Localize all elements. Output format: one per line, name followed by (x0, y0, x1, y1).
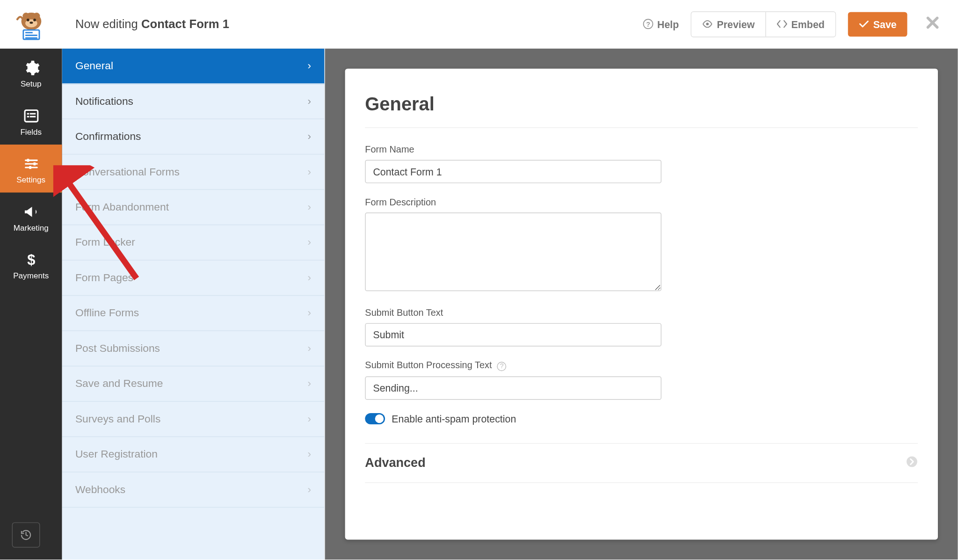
form-name-label: Form Name (365, 144, 661, 155)
chevron-right-icon: › (307, 448, 311, 460)
embed-button[interactable]: Embed (765, 12, 835, 36)
top-bar: Now editing Contact Form 1 ? Help Previe… (0, 0, 958, 49)
content-area: General Form Name Form Description Submi… (325, 49, 958, 560)
svg-point-23 (907, 456, 917, 467)
chevron-right-icon: › (307, 484, 311, 496)
chevron-right-icon: › (307, 60, 311, 72)
svg-rect-20 (33, 162, 36, 165)
bullhorn-icon (22, 203, 40, 220)
field-form-description: Form Description (365, 196, 661, 294)
svg-text:?: ? (646, 21, 650, 28)
nav-marketing[interactable]: Marketing (0, 193, 62, 241)
close-button[interactable] (919, 16, 946, 32)
sliders-icon (22, 155, 40, 173)
eye-icon (702, 19, 713, 29)
nav-fields[interactable]: Fields (0, 96, 62, 145)
svg-point-5 (33, 19, 36, 22)
svg-rect-17 (27, 116, 29, 117)
nav-history (0, 510, 62, 560)
submit-text-input[interactable] (365, 323, 661, 347)
topbar-actions: ? Help Preview Embed Save (643, 11, 958, 37)
submit-text-label: Submit Button Text (365, 307, 661, 318)
sidebar-item-webhooks[interactable]: Webhooks› (62, 473, 324, 508)
chevron-right-icon: › (307, 166, 311, 178)
nav-setup[interactable]: Setup (0, 49, 62, 97)
chevron-right-icon: › (307, 95, 311, 108)
svg-point-6 (29, 22, 33, 24)
chevron-right-icon: › (307, 307, 311, 319)
chevron-right-icon: › (307, 413, 311, 425)
save-button[interactable]: Save (848, 12, 907, 36)
svg-point-2 (33, 13, 39, 19)
svg-rect-18 (29, 116, 35, 117)
svg-text:$: $ (27, 252, 35, 268)
form-name-input[interactable] (365, 160, 661, 183)
chevron-right-icon: › (307, 342, 311, 355)
help-tooltip-icon[interactable]: ? (497, 362, 507, 371)
advanced-label: Advanced (365, 456, 425, 470)
chevron-right-icon: › (307, 272, 311, 284)
embed-icon (777, 19, 787, 29)
sidebar-item-general[interactable]: General› (62, 49, 324, 84)
svg-point-13 (706, 22, 709, 25)
settings-sidebar: General› Notifications› Confirmations› C… (62, 49, 325, 560)
sidebar-item-notifications[interactable]: Notifications› (62, 84, 324, 119)
form-description-label: Form Description (365, 196, 661, 207)
wpforms-logo-icon (15, 7, 48, 41)
antispam-toggle[interactable] (365, 413, 385, 424)
svg-rect-9 (25, 35, 37, 36)
sidebar-item-confirmations[interactable]: Confirmations› (62, 119, 324, 154)
svg-point-1 (22, 13, 29, 19)
left-nav: Setup Fields Settings Marketing $ Paymen… (0, 49, 62, 560)
field-form-name: Form Name (365, 144, 661, 183)
submit-processing-input[interactable] (365, 377, 661, 400)
sidebar-item-form-abandonment[interactable]: Form Abandonment› (62, 190, 324, 225)
svg-rect-21 (29, 166, 31, 169)
help-icon: ? (643, 19, 653, 29)
chevron-right-icon: › (307, 378, 311, 390)
svg-rect-10 (25, 37, 37, 39)
chevron-circle-right-icon (906, 456, 918, 470)
sidebar-item-user-registration[interactable]: User Registration› (62, 437, 324, 472)
field-submit-text: Submit Button Text (365, 307, 661, 346)
page-title: Now editing Contact Form 1 (62, 17, 642, 31)
history-icon (20, 529, 32, 541)
close-icon (926, 16, 939, 29)
sidebar-item-save-and-resume[interactable]: Save and Resume› (62, 366, 324, 401)
svg-point-4 (26, 19, 29, 22)
list-icon (22, 107, 40, 124)
sidebar-item-offline-forms[interactable]: Offline Forms› (62, 296, 324, 331)
sidebar-item-post-submissions[interactable]: Post Submissions› (62, 331, 324, 366)
svg-rect-15 (27, 113, 29, 115)
check-icon (858, 19, 869, 29)
panel-heading: General (365, 94, 918, 128)
sidebar-item-form-pages[interactable]: Form Pages› (62, 261, 324, 296)
dollar-icon: $ (22, 251, 40, 269)
field-submit-processing: Submit Button Processing Text ? (365, 360, 661, 400)
settings-panel: General Form Name Form Description Submi… (345, 69, 938, 540)
preview-button[interactable]: Preview (691, 12, 765, 36)
antispam-row: Enable anti-spam protection (365, 413, 918, 424)
antispam-label: Enable anti-spam protection (392, 413, 516, 424)
main-area: Setup Fields Settings Marketing $ Paymen… (0, 49, 958, 560)
history-button[interactable] (12, 522, 40, 547)
chevron-right-icon: › (307, 131, 311, 143)
nav-settings[interactable]: Settings (0, 145, 62, 193)
sidebar-item-conversational-forms[interactable]: Conversational Forms› (62, 154, 324, 189)
nav-payments[interactable]: $ Payments (0, 240, 62, 289)
chevron-right-icon: › (307, 237, 311, 249)
svg-rect-8 (25, 32, 32, 33)
submit-processing-label: Submit Button Processing Text ? (365, 360, 661, 371)
sidebar-item-form-locker[interactable]: Form Locker› (62, 225, 324, 260)
preview-embed-group: Preview Embed (691, 11, 836, 37)
form-description-input[interactable] (365, 212, 661, 291)
form-title: Contact Form 1 (141, 17, 229, 30)
gear-icon (22, 59, 40, 77)
sidebar-item-surveys-and-polls[interactable]: Surveys and Polls› (62, 402, 324, 437)
help-link[interactable]: ? Help (643, 18, 679, 29)
svg-rect-16 (29, 113, 35, 115)
advanced-row[interactable]: Advanced (365, 443, 918, 483)
now-editing-label: Now editing (75, 17, 141, 30)
svg-rect-19 (27, 159, 29, 162)
chevron-right-icon: › (307, 201, 311, 213)
